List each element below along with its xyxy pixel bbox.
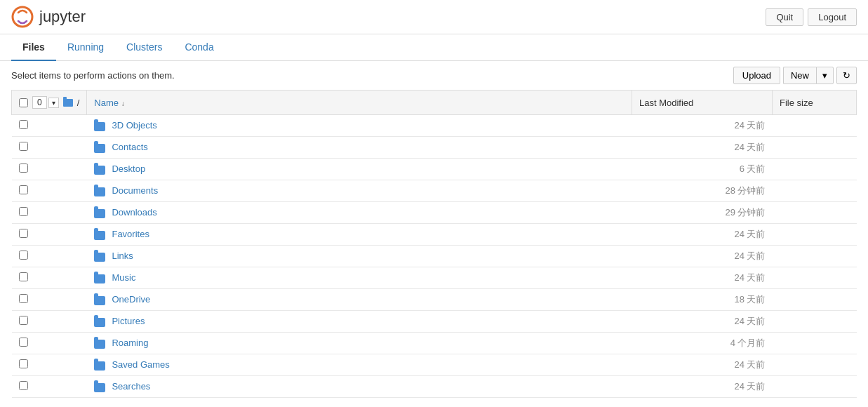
table-row: 3D Objects 24 天前	[12, 115, 857, 137]
file-link[interactable]: Downloads	[112, 207, 156, 218]
file-link[interactable]: Saved Games	[112, 359, 169, 370]
row-checkbox-cell	[12, 180, 87, 202]
name-sort-button[interactable]: Name ↓	[94, 98, 124, 108]
new-button-group: New ▾	[783, 67, 834, 84]
row-checkbox-9[interactable]	[19, 316, 28, 325]
new-button-caret[interactable]: ▾	[816, 67, 834, 84]
file-link[interactable]: Favorites	[112, 229, 149, 239]
row-size-cell	[773, 246, 857, 267]
size-col-header[interactable]: File size	[773, 91, 857, 115]
top-bar: jupyter Quit Logout	[0, 0, 868, 34]
file-link[interactable]: Contacts	[112, 142, 147, 152]
sort-arrow-icon: ↓	[121, 100, 125, 107]
row-checkbox-4[interactable]	[19, 207, 28, 216]
tab-files[interactable]: Files	[11, 34, 56, 61]
row-checkbox-12[interactable]	[19, 381, 28, 390]
row-checkbox-8[interactable]	[19, 294, 28, 303]
row-checkbox-3[interactable]	[19, 185, 28, 194]
row-name-cell: Saved Games	[87, 354, 632, 376]
folder-icon	[94, 318, 105, 327]
file-link[interactable]: Documents	[112, 185, 158, 196]
refresh-button[interactable]: ↻	[836, 67, 857, 84]
folder-icon	[94, 253, 105, 262]
logout-button[interactable]: Logout	[808, 8, 857, 26]
file-link[interactable]: OneDrive	[112, 294, 150, 305]
file-link[interactable]: Roaming	[112, 338, 148, 348]
row-modified-cell: 4 个月前	[632, 333, 773, 354]
table-row: OneDrive 18 天前	[12, 289, 857, 311]
row-checkbox-cell	[12, 137, 87, 159]
table-row: Music 24 天前	[12, 267, 857, 289]
row-name-cell: Searches	[87, 376, 632, 398]
row-size-cell	[773, 354, 857, 376]
select-all-checkbox[interactable]	[19, 98, 28, 107]
file-link[interactable]: Links	[112, 251, 133, 261]
table-row: Favorites 24 天前	[12, 224, 857, 246]
file-list-body: 3D Objects 24 天前 Contacts 24 天前 Desktop …	[12, 115, 857, 398]
folder-icon	[94, 296, 105, 305]
file-link[interactable]: Pictures	[112, 316, 145, 326]
row-size-cell	[773, 376, 857, 398]
row-name-cell: Downloads	[87, 202, 632, 224]
row-checkbox-cell	[12, 202, 87, 224]
folder-icon	[94, 166, 105, 175]
row-modified-cell: 6 天前	[632, 159, 773, 180]
tab-conda[interactable]: Conda	[173, 34, 225, 61]
tab-clusters[interactable]: Clusters	[115, 34, 173, 61]
row-name-cell: 3D Objects	[87, 115, 632, 137]
tabs-bar: Files Running Clusters Conda	[0, 34, 868, 61]
toolbar-right: Upload New ▾ ↻	[733, 67, 857, 84]
row-size-cell	[773, 289, 857, 311]
folder-icon	[94, 361, 105, 371]
file-table: 0 ▾ / Name ↓ Last Modified	[11, 90, 857, 398]
row-name-cell: OneDrive	[87, 289, 632, 311]
row-name-cell: Music	[87, 267, 632, 289]
row-checkbox-cell	[12, 224, 87, 246]
folder-icon	[94, 231, 105, 240]
row-checkbox-cell	[12, 289, 87, 311]
folder-icon	[94, 144, 105, 153]
table-row: Roaming 4 个月前	[12, 333, 857, 354]
toolbar: Select items to perform actions on them.…	[0, 61, 868, 90]
upload-button[interactable]: Upload	[733, 67, 780, 84]
row-name-cell: Desktop	[87, 159, 632, 180]
file-link[interactable]: 3D Objects	[112, 120, 156, 131]
row-modified-cell: 24 天前	[632, 376, 773, 398]
row-checkbox-10[interactable]	[19, 338, 28, 347]
folder-icon	[94, 122, 105, 131]
logo: jupyter	[11, 6, 86, 28]
name-col-header[interactable]: Name ↓	[87, 91, 632, 115]
row-size-cell	[773, 333, 857, 354]
quit-button[interactable]: Quit	[766, 8, 803, 26]
row-size-cell	[773, 115, 857, 137]
row-name-cell: Roaming	[87, 333, 632, 354]
row-checkbox-cell	[12, 246, 87, 267]
row-size-cell	[773, 202, 857, 224]
file-link[interactable]: Music	[112, 272, 135, 283]
row-size-cell	[773, 267, 857, 289]
row-checkbox-11[interactable]	[19, 359, 28, 368]
row-checkbox-0[interactable]	[19, 120, 28, 129]
row-checkbox-7[interactable]	[19, 272, 28, 281]
table-row: Links 24 天前	[12, 246, 857, 267]
row-modified-cell: 24 天前	[632, 354, 773, 376]
breadcrumb-slash: /	[77, 98, 80, 108]
row-checkbox-6[interactable]	[19, 251, 28, 260]
row-size-cell	[773, 159, 857, 180]
row-modified-cell: 18 天前	[632, 289, 773, 311]
new-button[interactable]: New	[783, 67, 816, 84]
table-row: Documents 28 分钟前	[12, 180, 857, 202]
count-dropdown[interactable]: ▾	[48, 98, 59, 108]
file-link[interactable]: Searches	[112, 381, 150, 392]
modified-col-header[interactable]: Last Modified	[632, 91, 773, 115]
tab-running[interactable]: Running	[56, 34, 115, 61]
row-checkbox-2[interactable]	[19, 164, 28, 173]
app-title: jupyter	[39, 8, 86, 26]
file-link[interactable]: Desktop	[112, 164, 145, 174]
row-checkbox-5[interactable]	[19, 229, 28, 238]
row-checkbox-1[interactable]	[19, 142, 28, 151]
row-modified-cell: 24 天前	[632, 246, 773, 267]
row-modified-cell: 28 分钟前	[632, 180, 773, 202]
row-checkbox-cell	[12, 333, 87, 354]
folder-icon	[94, 187, 105, 196]
